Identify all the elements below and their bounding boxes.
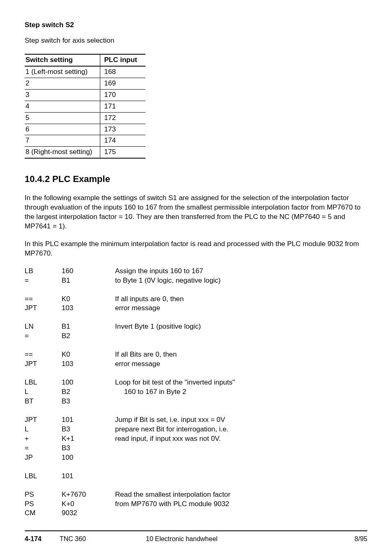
code-arg: B3 (62, 444, 115, 453)
code-op: LBL (25, 378, 62, 387)
col-header-plc: PLC input (100, 54, 145, 66)
code-comment: read input, if input xxx was not 0V. (115, 434, 367, 444)
code-line: LB2 160 to 167 in Byte 2 (25, 387, 367, 397)
cell-plc-input: 173 (100, 124, 145, 135)
code-blank-line (25, 463, 367, 472)
cell-setting: 2 (25, 78, 100, 89)
page-footer: 4-174 TNC 360 10 Electronic handwheel 8/… (25, 530, 367, 544)
code-line: JP100 (25, 453, 367, 463)
code-comment: from MP7670 with PLC module 9032 (115, 500, 367, 509)
switch-table: Switch setting PLC input 1 (Left-most se… (25, 54, 145, 159)
code-op: == (25, 295, 62, 304)
code-line: LB160Assign the inputs 160 to 167 (25, 267, 367, 276)
code-op: CM (25, 509, 62, 518)
code-line: =B2 (25, 332, 367, 341)
footer-date: 8/95 (355, 535, 367, 544)
cell-setting: 3 (25, 89, 100, 101)
code-op: JP (25, 453, 62, 463)
cell-plc-input: 175 (100, 147, 145, 158)
footer-section: 10 Electronic handwheel (146, 535, 355, 544)
code-arg: 101 (62, 472, 115, 481)
code-op: LB (25, 267, 62, 276)
code-line: JPT103error message (25, 359, 367, 369)
code-line: LB3prepare next Bit for interrogation, i… (25, 425, 367, 434)
step-switch-subtitle: Step switch for axis selection (25, 36, 367, 46)
code-op: L (25, 425, 62, 434)
code-comment (115, 453, 367, 463)
code-line: =B1to Byte 1 (0V logic, negative logic) (25, 276, 367, 286)
code-comment: Jump if Bit is set, i.e. input xxx = 0V (115, 415, 367, 425)
table-row: 3170 (25, 89, 145, 101)
code-op: PS (25, 500, 62, 509)
code-arg: B1 (62, 322, 115, 332)
table-row: 2169 (25, 78, 145, 89)
code-arg: K+7670 (62, 490, 115, 500)
code-op: = (25, 444, 62, 453)
cell-plc-input: 174 (100, 135, 145, 147)
code-op: JPT (25, 304, 62, 313)
code-op: BT (25, 397, 62, 406)
code-arg: B1 (62, 276, 115, 286)
table-row: 1 (Left-most setting)168 (25, 66, 145, 78)
code-op: LBL (25, 472, 62, 481)
code-comment (115, 472, 367, 481)
intro-paragraph-1: In the following example the settings of… (25, 194, 367, 231)
code-arg: K0 (62, 295, 115, 304)
code-comment: Loop for bit test of the "inverted input… (115, 378, 367, 387)
code-op: == (25, 350, 62, 359)
code-comment: If all Bits are 0, then (115, 350, 367, 359)
col-header-setting: Switch setting (25, 54, 100, 66)
cell-setting: 8 (Right-most setting) (25, 147, 100, 158)
cell-plc-input: 170 (100, 89, 145, 101)
cell-setting: 5 (25, 112, 100, 124)
code-arg: B3 (62, 425, 115, 434)
table-row: 6173 (25, 124, 145, 135)
code-blank-line (25, 286, 367, 295)
code-arg: 103 (62, 304, 115, 313)
cell-setting: 4 (25, 101, 100, 112)
code-comment: prepare next Bit for interrogation, i.e. (115, 425, 367, 434)
code-op: = (25, 332, 62, 341)
table-row: 5172 (25, 112, 145, 124)
code-arg: 9032 (62, 509, 115, 518)
cell-plc-input: 169 (100, 78, 145, 89)
code-blank-line (25, 481, 367, 490)
code-arg: B2 (62, 387, 115, 397)
code-op: JPT (25, 415, 62, 425)
code-op: JPT (25, 359, 62, 369)
code-comment: Invert Byte 1 (positive logic) (115, 322, 367, 332)
table-row: 4171 (25, 101, 145, 112)
code-arg: 101 (62, 415, 115, 425)
code-arg: 100 (62, 378, 115, 387)
code-comment: 160 to 167 in Byte 2 (115, 387, 367, 397)
code-comment: to Byte 1 (0V logic, negative logic) (115, 276, 367, 286)
code-arg: 100 (62, 453, 115, 463)
code-comment (115, 444, 367, 453)
intro-paragraph-2: In this PLC example the minimum interpol… (25, 240, 367, 258)
code-op: L (25, 387, 62, 397)
code-comment: error message (115, 304, 367, 313)
step-switch-title: Step switch S2 (25, 21, 367, 30)
plc-code-block: LB160Assign the inputs 160 to 167=B1to B… (25, 267, 367, 518)
code-line: LNB1Invert Byte 1 (positive logic) (25, 322, 367, 332)
cell-plc-input: 168 (100, 66, 145, 78)
code-line: LBL101 (25, 472, 367, 481)
code-line: JPT103error message (25, 304, 367, 313)
cell-plc-input: 172 (100, 112, 145, 124)
code-op: + (25, 434, 62, 444)
code-comment: Read the smallest interpolation factor (115, 490, 367, 500)
code-line: ==K0If all inputs are 0, then (25, 295, 367, 304)
code-comment: error message (115, 359, 367, 369)
code-arg: K+0 (62, 500, 115, 509)
code-line: CM9032 (25, 509, 367, 518)
code-line: +K+1read input, if input xxx was not 0V. (25, 434, 367, 444)
code-line: PSK+0from MP7670 with PLC module 9032 (25, 500, 367, 509)
code-arg: 160 (62, 267, 115, 276)
code-blank-line (25, 341, 367, 350)
code-line: BTB3 (25, 397, 367, 406)
cell-setting: 1 (Left-most setting) (25, 66, 100, 78)
code-op: LN (25, 322, 62, 332)
code-blank-line (25, 369, 367, 378)
cell-setting: 6 (25, 124, 100, 135)
table-row: 7174 (25, 135, 145, 147)
